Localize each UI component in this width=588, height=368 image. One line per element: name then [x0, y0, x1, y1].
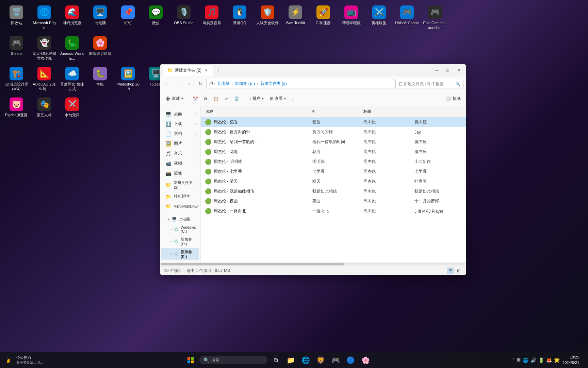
desktop-icon-this-pc[interactable]: 🖥️ 此电脑 [86, 3, 114, 33]
horizontal-scrollbar[interactable] [160, 262, 466, 266]
taskbar-file-explorer[interactable]: 📁 [284, 353, 297, 367]
desktop-icon-shendan[interactable]: 🌊 神丹浏览器 [59, 3, 86, 33]
desktop-icon-epic[interactable]: 🎮 Epic Games Launcher [421, 3, 448, 33]
breadcrumb-drive[interactable]: 新加卷 (E:) [233, 80, 256, 87]
file-row-4[interactable]: 🟢 周杰伦 - 花海 花海 周杰伦 魔杰座 [201, 147, 466, 157]
sidebar-item-gallery[interactable]: 📸 摄像 [161, 168, 199, 178]
sidebar-item-docs[interactable]: 📄 文档 › [161, 129, 199, 139]
h-scroll-thumb[interactable] [161, 263, 344, 265]
sidebar-item-download[interactable]: ⬇️ 下载 › [161, 119, 199, 129]
col-header-num[interactable]: # [310, 108, 361, 116]
sort-button[interactable]: ↕️ 排序 ▾ [246, 94, 266, 103]
tray-battery[interactable]: 🔋 [538, 357, 544, 363]
desktop-icon-autocad[interactable]: 📐 AutoCAD 2019-简... [31, 64, 58, 94]
more-button[interactable]: ... [289, 95, 298, 103]
desktop-icon-ubisoft[interactable]: 🎮 Ubisoft Connect [393, 3, 421, 33]
desktop-icon-baidudisk[interactable]: ☁️ 百度网盘 快捷方式 [59, 64, 86, 94]
breadcrumb-folder[interactable]: 新建文件夹 (2) [259, 80, 288, 87]
file-row-8[interactable]: 🟢 周杰伦 - 我是如此相信 我是如此相信 周杰伦 我是如此相信 [201, 186, 466, 196]
start-button[interactable] [183, 353, 198, 368]
file-row-3[interactable]: 🟢 周杰伦 - 给我一首歌的... 给我一首歌的时间 周杰伦 魔杰座 [201, 137, 466, 147]
search-box[interactable]: 🔍 [395, 79, 463, 89]
show-desktop-button[interactable] [582, 354, 584, 366]
desktop-icon-kaomoji[interactable]: 🐛 考虫 [86, 64, 114, 94]
taskbar-app1[interactable]: 🔵 [344, 353, 357, 367]
file-row-9[interactable]: 🟢 周杰伦 - 夜曲 夜曲 周杰伦 十一月的萧邦 [201, 196, 466, 206]
taskbar-app2[interactable]: 🌸 [359, 353, 372, 367]
sidebar-item-images[interactable]: 🖼️ 图片 › [161, 139, 199, 149]
sidebar-item-scripts[interactable]: 📁 挂机脚本 [161, 191, 199, 201]
paste-button[interactable]: 📋 [211, 95, 221, 103]
desktop-icon-watt[interactable]: ⚡ Watt Toolkit [282, 3, 309, 33]
desktop-icon-fire360[interactable]: 🛡️ 火绒安全软件 [254, 3, 281, 33]
desktop-icon-qq[interactable]: 🐧 腾讯QQ [226, 3, 253, 33]
sidebar-item-music[interactable]: 🎵 音乐 › [161, 149, 199, 158]
file-row-2[interactable]: 🟢 周杰伦 - 反方向的钟 反方向的钟 周杰伦 Jay [201, 127, 466, 137]
file-row-10[interactable]: 🟢 周杰伦 - 一路向北 一路向北 周杰伦 J III MP3 Player [201, 206, 466, 216]
new-button[interactable]: ➕ 新建 ▾ [163, 94, 186, 103]
desktop-icon-jurassic[interactable]: 🦕 Jurassic World E... [59, 33, 86, 63]
desktop-icon-pigcha[interactable]: 🐷 Pigcha加速器 [3, 95, 30, 125]
tray-volume[interactable]: 🔊 [530, 357, 536, 363]
desktop-icon-recycle-bin[interactable]: 🗑️ 回收站 [3, 3, 30, 33]
desktop-icon-edge[interactable]: 🌐 Microsoft Edge [31, 3, 58, 33]
desktop-icon-eternal[interactable]: ⚔️ 永劫无间 [59, 95, 86, 125]
sidebar-item-desktop[interactable]: 🖥️ 桌面 › [161, 109, 199, 119]
desktop-icon-photoshop[interactable]: 🖼️ Photoshop 2019 [114, 64, 142, 94]
refresh-button[interactable]: ↻ [195, 79, 205, 89]
desktop-icon-lol[interactable]: ⚔️ 英雄联盟 [365, 3, 393, 33]
tray-app4[interactable]: 🌟 [554, 357, 560, 363]
desktop-icon-netease[interactable]: 🎵 网易云音乐 [198, 3, 225, 33]
desktop-icon-fifth[interactable]: 🎭 第五人格 [31, 95, 58, 125]
file-explorer-tab[interactable]: 📁 新建文件夹 (2) ✕ [163, 64, 213, 76]
cut-button[interactable]: ✂️ [190, 95, 201, 103]
task-view-button[interactable]: ⧉ [269, 353, 282, 367]
tray-app3[interactable]: 🦊 [546, 357, 552, 363]
col-header-name[interactable]: 名称 [203, 108, 310, 116]
desktop-icon-3d[interactable]: 🏗️ 3D渲染设计师(x64) [3, 64, 30, 94]
desktop-icon-steam[interactable]: 🎮 Steam [3, 33, 30, 63]
back-button[interactable]: ← [163, 79, 172, 89]
list-view-button[interactable]: ☰ [447, 267, 454, 274]
sidebar-item-vipsongs[interactable]: 📁 VipSongsDowr [161, 201, 199, 211]
sidebar-item-video[interactable]: 📹 视频 › [161, 158, 199, 168]
desktop-icon-bibi[interactable]: 📺 哔哩哔哩姬 [338, 3, 365, 33]
sidebar-drive-thispc[interactable]: ▼ 🖥️ 此电脑 [161, 215, 199, 224]
desktop-icon-nail[interactable]: 📌 钉钉 [114, 3, 142, 33]
copy-button[interactable]: ⧉ [201, 95, 210, 103]
sidebar-item-newfolder2[interactable]: 📁 新建文件夹 (2) [161, 178, 199, 191]
taskbar-notification[interactable]: ☀ [3, 354, 15, 366]
sidebar-drive-windows-c[interactable]: › 💿 Windows (C:) [161, 224, 199, 235]
taskbar-game1[interactable]: 🎮 [329, 353, 342, 367]
file-row-1[interactable]: 🟢 周杰伦 - 稻香 稻香 周杰伦 魔杰座 [201, 117, 466, 127]
breadcrumb-thispc[interactable]: 此电脑 [216, 80, 231, 87]
view-button[interactable]: ⊞ 查看 ▾ [267, 94, 289, 103]
tab-add-button[interactable]: + [213, 65, 223, 75]
forward-button[interactable]: → [174, 79, 183, 89]
delete-button[interactable]: 🗑️ [231, 95, 242, 103]
tray-ime[interactable]: 英 [517, 357, 521, 363]
desktop-icon-mihayou[interactable]: 🌸 米哈游启动器 [86, 33, 114, 63]
col-header-title[interactable]: 标题 [361, 108, 412, 116]
search-input[interactable] [398, 81, 453, 86]
tray-network[interactable]: 🌐 [523, 357, 528, 363]
minimize-button[interactable]: ─ [432, 65, 442, 75]
preview-button[interactable]: ⬜ 预览 [443, 94, 463, 103]
grid-view-button[interactable]: ⊞ [455, 267, 462, 274]
file-row-7[interactable]: 🟢 周杰伦 - 晴天 晴天 周杰伦 叶惠美 [201, 177, 466, 186]
taskbar-clock[interactable]: 18:25 2024/6/21 [562, 355, 579, 365]
file-row-5[interactable]: 🟢 周杰伦 - 明明就 明明就 周杰伦 十二新作 [201, 157, 466, 167]
share-button[interactable]: ↗ [222, 95, 231, 103]
taskbar-news[interactable]: 今日热点 女子带合法上飞... [16, 355, 43, 365]
desktop-icon-giacc[interactable]: 🚀 GI加速器 [310, 3, 337, 33]
maximize-button[interactable]: □ [443, 65, 453, 75]
file-row-6[interactable]: 🟢 周杰伦 - 七里香 七里香 周杰伦 七里香 [201, 167, 466, 177]
taskbar-brave[interactable]: 🦁 [314, 353, 327, 367]
tray-chevron[interactable]: ^ [512, 357, 514, 363]
desktop-icon-obs[interactable]: 🎙️ OBS Studio [170, 3, 197, 33]
up-button[interactable]: ↑ [184, 79, 194, 89]
close-button[interactable]: ✕ [454, 65, 463, 75]
tab-close-button[interactable]: ✕ [203, 67, 209, 73]
taskbar-edge[interactable]: 🌐 [299, 353, 312, 367]
desktop-icon-wechat[interactable]: 💬 微信 [142, 3, 169, 33]
